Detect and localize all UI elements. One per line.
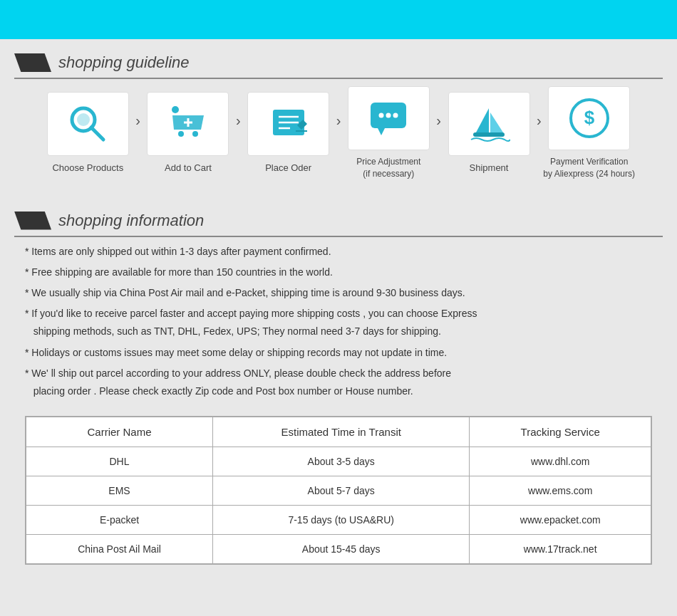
arrow1: › <box>135 113 140 154</box>
arrow2: › <box>236 113 241 154</box>
svg-rect-22 <box>473 132 505 137</box>
step3-icon-box <box>247 92 329 156</box>
info-line-2: * Free shipping are available for more t… <box>25 263 652 281</box>
info-text-block: * Items are only shipped out within 1-3 … <box>14 237 663 409</box>
step3-label: Place Oder <box>265 162 311 174</box>
step-shipment: Shipment <box>443 92 535 174</box>
arrow4: › <box>436 113 441 154</box>
carrier-chinapost: China Post Ail Mail <box>26 535 213 564</box>
info-line-3: * We usually ship via China Post Air mai… <box>25 284 652 302</box>
info-line-5: * Holidays or customs issues may meet so… <box>25 344 652 362</box>
header-decoration <box>14 53 51 72</box>
svg-point-5 <box>178 131 184 137</box>
svg-line-1 <box>91 127 103 140</box>
info-section: * Items are only shipped out within 1-3 … <box>0 237 677 590</box>
arrow3: › <box>336 113 341 154</box>
search-icon <box>66 103 109 145</box>
step1-label: Choose Products <box>52 162 123 174</box>
step2-label: Add to Cart <box>165 162 212 174</box>
col-tracking: Tracking Service <box>470 417 651 447</box>
svg-point-6 <box>192 131 198 137</box>
tracking-chinapost: www.17track.net <box>470 535 651 564</box>
col-carrier: Carrier Name <box>26 417 213 447</box>
step-price-adjustment: Price Adjustment (if necessary) <box>342 86 435 180</box>
transit-chinapost: About 15-45 days <box>213 535 470 564</box>
svg-point-18 <box>386 113 391 118</box>
transit-ems: About 5-7 days <box>213 476 470 506</box>
step6-label: Payment Verificationby Aliexpress (24 ho… <box>543 156 635 180</box>
svg-text:$: $ <box>584 107 594 128</box>
step5-icon-box <box>448 92 530 156</box>
step4-icon-box <box>348 86 430 150</box>
svg-marker-20 <box>476 108 489 132</box>
step6-icon-box: $ <box>548 86 630 150</box>
chat-icon <box>367 97 410 140</box>
carrier-ems: EMS <box>26 476 213 506</box>
payment-icon: $ <box>568 97 611 140</box>
guideline-title: shopping guideline <box>58 53 190 72</box>
shipping-table-container: Carrier Name Estimated Time in Transit T… <box>25 416 652 565</box>
info-line-6: * We' ll ship out parcel according to yo… <box>25 365 652 400</box>
shipping-table: Carrier Name Estimated Time in Transit T… <box>26 417 651 564</box>
step-payment: $ Payment Verificationby Aliexpress (24 … <box>543 86 636 180</box>
transit-dhl: About 3-5 days <box>213 447 470 476</box>
steps-container: Choose Products › Add to Cart › <box>14 79 663 194</box>
step-place-order: Place Oder <box>242 92 335 174</box>
step2-icon-box <box>147 92 229 156</box>
ship-icon <box>467 103 510 145</box>
tracking-epacket: www.epacket.com <box>470 506 651 535</box>
step-choose-products: Choose Products <box>41 92 134 174</box>
transit-epacket: 7-15 days (to USA&RU) <box>213 506 470 535</box>
step-add-to-cart: Add to Cart <box>142 92 234 174</box>
svg-point-3 <box>172 106 179 113</box>
step1-icon-box <box>47 92 129 156</box>
table-row: China Post Ail Mail About 15-45 days www… <box>26 535 651 564</box>
tracking-ems: www.ems.com <box>470 476 651 506</box>
arrow5: › <box>537 113 542 154</box>
col-transit: Estimated Time in Transit <box>213 417 470 447</box>
info-header-decoration <box>14 212 51 230</box>
steps-section: Choose Products › Add to Cart › <box>0 79 677 202</box>
step4-label: Price Adjustment (if necessary) <box>356 156 420 180</box>
svg-point-17 <box>379 113 384 118</box>
info-title: shopping information <box>58 212 204 230</box>
tracking-dhl: www.dhl.com <box>470 447 651 476</box>
table-row: E-packet 7-15 days (to USA&RU) www.epack… <box>26 506 651 535</box>
info-header-wrapper: shopping information <box>0 202 677 237</box>
info-line-1: * Items are only shipped out within 1-3 … <box>25 243 652 261</box>
svg-marker-16 <box>378 128 385 135</box>
cart-icon <box>167 103 210 145</box>
top-banner <box>0 0 677 39</box>
svg-point-2 <box>77 113 90 126</box>
table-row: EMS About 5-7 days www.ems.com <box>26 476 651 506</box>
order-icon <box>267 103 310 145</box>
guideline-header-wrapper: shopping guideline <box>0 39 677 79</box>
carrier-epacket: E-packet <box>26 506 213 535</box>
table-header-row: Carrier Name Estimated Time in Transit T… <box>26 417 651 447</box>
svg-point-19 <box>393 113 398 118</box>
info-line-4: * If you'd like to receive parcel faster… <box>25 305 652 340</box>
svg-marker-21 <box>490 113 503 132</box>
table-row: DHL About 3-5 days www.dhl.com <box>26 447 651 476</box>
step5-label: Shipment <box>470 162 509 174</box>
carrier-dhl: DHL <box>26 447 213 476</box>
